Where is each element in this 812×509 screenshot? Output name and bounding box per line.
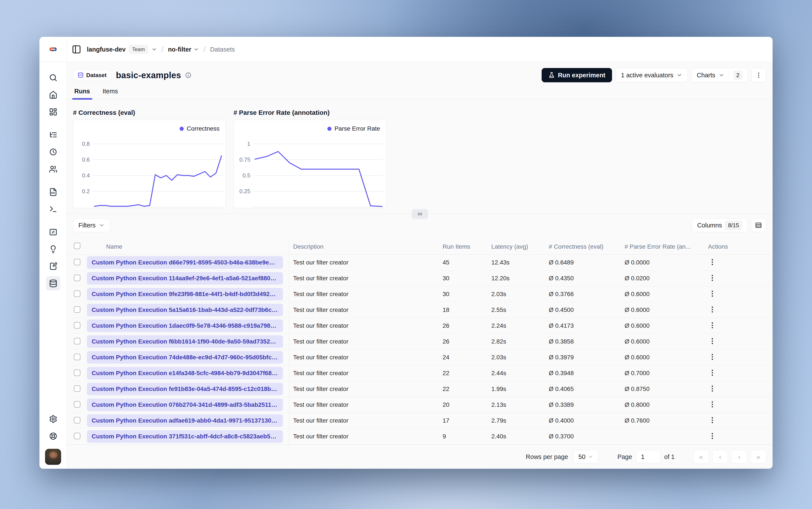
svg-text:0.75: 0.75 <box>239 157 250 163</box>
run-name-link[interactable]: Custom Python Execution 9fe23f98-881e-44… <box>87 288 283 300</box>
lightbulb-icon <box>49 245 58 253</box>
row-actions-button[interactable] <box>708 290 717 298</box>
row-actions-button[interactable] <box>708 400 717 409</box>
run-description: Test our filter creator <box>289 306 438 313</box>
sidebar-item-users[interactable] <box>46 162 60 176</box>
filters-button[interactable]: Filters <box>73 218 110 232</box>
sidebar-item-insights[interactable] <box>46 242 60 256</box>
breadcrumb-section[interactable]: Datasets <box>210 46 235 53</box>
chevron-down-icon <box>99 222 105 228</box>
column-header-description[interactable]: Description <box>289 243 438 250</box>
tab-items[interactable]: Items <box>101 87 120 99</box>
sidebar-item-search[interactable] <box>46 70 60 85</box>
run-name-link[interactable]: Custom Python Execution 114aa9ef-29e6-4e… <box>87 272 283 284</box>
run-name-link[interactable]: Custom Python Execution adfae619-abb0-4d… <box>87 414 283 427</box>
row-actions-button[interactable] <box>708 337 717 345</box>
page-actions-menu-button[interactable] <box>751 68 766 82</box>
run-name-link[interactable]: Custom Python Execution e14fa348-5cfc-49… <box>87 367 283 379</box>
avatar[interactable] <box>45 449 61 465</box>
run-description: Test our filter creator <box>289 259 438 266</box>
sidebar-item-annotation[interactable] <box>46 259 60 273</box>
row-actions-button[interactable] <box>708 416 717 425</box>
rows-per-page-select[interactable]: 50 <box>573 450 598 464</box>
tab-runs[interactable]: Runs <box>73 87 92 99</box>
run-items-count: 17 <box>438 417 487 424</box>
column-header-correctness[interactable]: # Correctness (eval) <box>544 243 620 250</box>
table-header: Name Description Run Items Latency (avg)… <box>67 239 773 255</box>
sidebar-item-support[interactable] <box>46 429 60 443</box>
next-page-button[interactable]: › <box>732 450 747 464</box>
flask-icon <box>548 72 555 78</box>
row-actions-button[interactable] <box>708 432 717 440</box>
column-header-actions: Actions <box>704 243 773 250</box>
row-checkbox[interactable] <box>74 291 80 297</box>
row-checkbox[interactable] <box>74 306 80 313</box>
row-checkbox[interactable] <box>74 401 80 408</box>
run-items-count: 22 <box>438 370 487 377</box>
charts-dropdown[interactable]: Charts 2 <box>691 68 748 82</box>
row-checkbox[interactable] <box>74 385 80 392</box>
row-checkbox[interactable] <box>74 370 80 376</box>
chevron-down-icon <box>151 46 157 52</box>
select-all-checkbox[interactable] <box>74 243 80 249</box>
row-actions-button[interactable] <box>708 321 717 330</box>
sidebar-item-sessions[interactable] <box>46 145 60 159</box>
svg-text:1: 1 <box>247 141 250 147</box>
page-number-input[interactable] <box>636 450 661 464</box>
row-checkbox[interactable] <box>74 417 80 423</box>
table-row: Custom Python Execution f6bb1614-1f90-40… <box>67 334 773 349</box>
sidebar-item-tracing[interactable] <box>46 128 60 142</box>
row-checkbox[interactable] <box>74 338 80 344</box>
run-name-link[interactable]: Custom Python Execution 076b2704-341d-48… <box>87 399 283 411</box>
row-actions-button[interactable] <box>708 352 717 361</box>
column-header-name[interactable]: Name <box>87 239 289 254</box>
run-name-link[interactable]: Custom Python Execution fe91b83e-04a5-47… <box>87 383 283 395</box>
row-checkbox[interactable] <box>74 433 80 439</box>
column-header-parse-error[interactable]: # Parse Error Rate (an... <box>620 243 704 250</box>
last-page-button[interactable]: » <box>750 450 766 464</box>
columns-button[interactable]: Columns 8/15 <box>692 218 747 232</box>
first-page-button[interactable]: « <box>693 450 709 464</box>
sidebar-item-evaluation[interactable] <box>46 225 60 239</box>
gear-icon <box>49 415 58 423</box>
run-description: Test our filter creator <box>289 385 438 393</box>
row-actions-button[interactable] <box>708 274 717 282</box>
evaluators-dropdown[interactable]: 1 active evaluators <box>615 68 688 82</box>
splitter-drag-handle[interactable] <box>412 209 428 219</box>
row-actions-button[interactable] <box>708 258 717 266</box>
sidebar-item-dashboards[interactable] <box>46 105 60 119</box>
rows-per-page-value: 50 <box>578 453 585 461</box>
run-name-link[interactable]: Custom Python Execution f6bb1614-1f90-40… <box>87 335 283 348</box>
run-name-link[interactable]: Custom Python Execution d66e7991-8595-45… <box>87 256 283 269</box>
run-experiment-button[interactable]: Run experiment <box>542 68 612 82</box>
row-actions-button[interactable] <box>708 305 717 314</box>
run-name-link[interactable]: Custom Python Execution 5a15a616-1bab-44… <box>87 304 283 316</box>
column-header-latency[interactable]: Latency (avg) <box>487 243 544 250</box>
row-actions-button[interactable] <box>708 384 717 393</box>
sidebar-item-playground[interactable] <box>46 202 60 216</box>
breadcrumb-org[interactable]: langfuse-dev Team <box>87 45 157 54</box>
row-checkbox[interactable] <box>74 275 80 281</box>
breadcrumb-project[interactable]: no-filter <box>168 46 199 53</box>
row-checkbox[interactable] <box>74 322 80 329</box>
row-checkbox[interactable] <box>74 259 80 265</box>
sidebar-item-datasets[interactable] <box>46 276 60 291</box>
run-parse-error: Ø 0.0000 <box>620 259 704 266</box>
info-icon[interactable] <box>185 72 192 78</box>
row-checkbox[interactable] <box>74 354 80 360</box>
kebab-icon <box>708 337 717 345</box>
sidebar-item-home[interactable] <box>46 88 60 102</box>
run-name-link[interactable]: Custom Python Execution 1daec0f9-5e78-43… <box>87 319 283 332</box>
chevron-down-icon <box>194 46 199 52</box>
sidebar-item-prompts[interactable] <box>46 185 60 199</box>
svg-text:0.25: 0.25 <box>239 188 250 194</box>
row-height-button[interactable] <box>751 218 766 232</box>
run-name-link[interactable]: Custom Python Execution 371f531c-abff-4d… <box>87 430 283 443</box>
table-row: Custom Python Execution 9fe23f98-881e-44… <box>67 286 773 302</box>
sidebar-item-settings[interactable] <box>46 412 60 426</box>
row-actions-button[interactable] <box>708 368 717 377</box>
run-name-link[interactable]: Custom Python Execution 74de488e-ec9d-47… <box>87 351 283 364</box>
column-header-run-items[interactable]: Run Items <box>438 243 487 250</box>
sidebar-toggle-button[interactable] <box>72 45 81 54</box>
previous-page-button[interactable]: ‹ <box>712 450 728 464</box>
